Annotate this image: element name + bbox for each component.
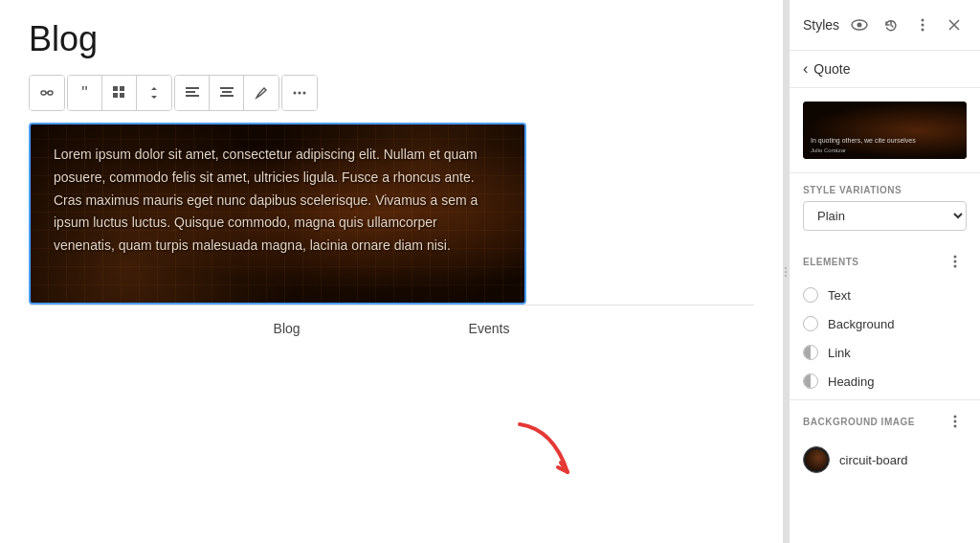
svg-rect-11 — [222, 91, 232, 93]
link-radio[interactable] — [803, 345, 818, 360]
heading-radio[interactable] — [803, 373, 818, 389]
svg-rect-8 — [186, 91, 195, 93]
back-arrow-icon: ‹ — [803, 60, 808, 78]
style-preview-container: In quoting others, we cite ourselves Jul… — [790, 88, 980, 173]
text-element-label: Text — [828, 288, 851, 303]
style-variations-select[interactable]: Plain Modern Classic Minimal — [803, 201, 967, 231]
page-title: Blog — [29, 19, 754, 59]
circuit-thumbnail — [803, 446, 830, 473]
panel-title: Styles — [803, 17, 839, 33]
svg-point-17 — [857, 23, 861, 28]
element-item-heading[interactable]: Heading — [790, 367, 980, 396]
styles-panel: Styles — [789, 0, 980, 543]
circuit-label: circuit-board — [839, 453, 908, 467]
toolbar-group-1 — [29, 75, 65, 111]
svg-rect-0 — [41, 91, 46, 95]
close-panel-button[interactable] — [943, 11, 967, 38]
svg-point-19 — [922, 24, 924, 27]
align-center-button[interactable] — [210, 76, 244, 110]
svg-point-23 — [954, 256, 957, 259]
preview-button[interactable] — [847, 11, 871, 38]
svg-rect-7 — [186, 87, 199, 89]
element-item-link[interactable]: Link — [790, 338, 980, 367]
style-variations-label: STYLE VARIATIONS — [790, 173, 980, 201]
elements-section-header: ELEMENTS — [790, 242, 980, 281]
quote-text[interactable]: Lorem ipsum dolor sit amet, consectetur … — [31, 124, 524, 277]
arrow-indicator — [505, 410, 582, 490]
nav-item-blog[interactable]: Blog — [266, 317, 308, 340]
toolbar-group-2: " — [67, 75, 172, 111]
link-element-label: Link — [828, 346, 851, 360]
circuit-board-item[interactable]: circuit-board — [790, 439, 980, 481]
breadcrumb-label: Quote — [813, 61, 850, 77]
svg-point-25 — [954, 265, 957, 268]
svg-point-14 — [299, 92, 301, 95]
grid-button[interactable] — [102, 76, 137, 110]
background-image-header: Background image — [790, 399, 980, 439]
background-radio[interactable] — [803, 316, 818, 331]
style-preview-image: In quoting others, we cite ourselves Jul… — [803, 102, 967, 159]
heading-element-label: Heading — [828, 374, 874, 389]
svg-rect-6 — [120, 93, 124, 98]
more-options-button[interactable] — [282, 76, 317, 110]
quote-block[interactable]: Lorem ipsum dolor sit amet, consectetur … — [29, 123, 526, 305]
svg-rect-4 — [120, 86, 124, 91]
svg-rect-5 — [113, 93, 118, 98]
bg-image-label: Background image — [803, 417, 944, 427]
svg-point-26 — [954, 416, 957, 419]
link-button[interactable] — [30, 76, 64, 110]
quote-button[interactable]: " — [68, 76, 102, 110]
panel-breadcrumb[interactable]: ‹ Quote — [790, 51, 980, 88]
preview-author: Julio Cortázar — [811, 147, 916, 153]
editor-area: Blog " — [0, 0, 783, 543]
toolbar-group-4 — [281, 75, 318, 111]
panel-more-button[interactable] — [911, 11, 935, 38]
history-button[interactable] — [879, 11, 902, 38]
svg-rect-12 — [220, 95, 234, 97]
toolbar-group-3 — [174, 75, 279, 111]
svg-point-24 — [954, 260, 957, 263]
svg-point-20 — [922, 29, 924, 32]
block-toolbar: " — [29, 75, 754, 111]
updown-button[interactable] — [137, 76, 171, 110]
text-radio[interactable] — [803, 287, 818, 303]
svg-rect-10 — [220, 87, 234, 89]
element-item-background[interactable]: Background — [790, 309, 980, 338]
svg-rect-9 — [186, 95, 199, 97]
brush-button[interactable] — [244, 76, 278, 110]
svg-point-15 — [303, 92, 306, 95]
elements-label: ELEMENTS — [803, 257, 944, 267]
background-element-label: Background — [828, 317, 894, 331]
align-left-button[interactable] — [175, 76, 210, 110]
svg-point-28 — [954, 425, 957, 428]
preview-text-block: In quoting others, we cite ourselves Jul… — [811, 136, 916, 153]
svg-rect-3 — [113, 86, 118, 91]
svg-point-13 — [294, 92, 297, 95]
element-item-text[interactable]: Text — [790, 281, 980, 309]
preview-quote-text: In quoting others, we cite ourselves — [811, 136, 916, 146]
bottom-navigation: Blog Events — [29, 305, 754, 351]
svg-point-18 — [922, 19, 924, 22]
panel-header: Styles — [790, 0, 980, 51]
bg-image-more-button[interactable] — [944, 410, 967, 433]
drag-dots — [785, 267, 787, 277]
nav-item-events[interactable]: Events — [461, 317, 518, 340]
svg-rect-1 — [48, 91, 53, 95]
elements-more-button[interactable] — [944, 250, 967, 273]
svg-point-27 — [954, 420, 957, 423]
